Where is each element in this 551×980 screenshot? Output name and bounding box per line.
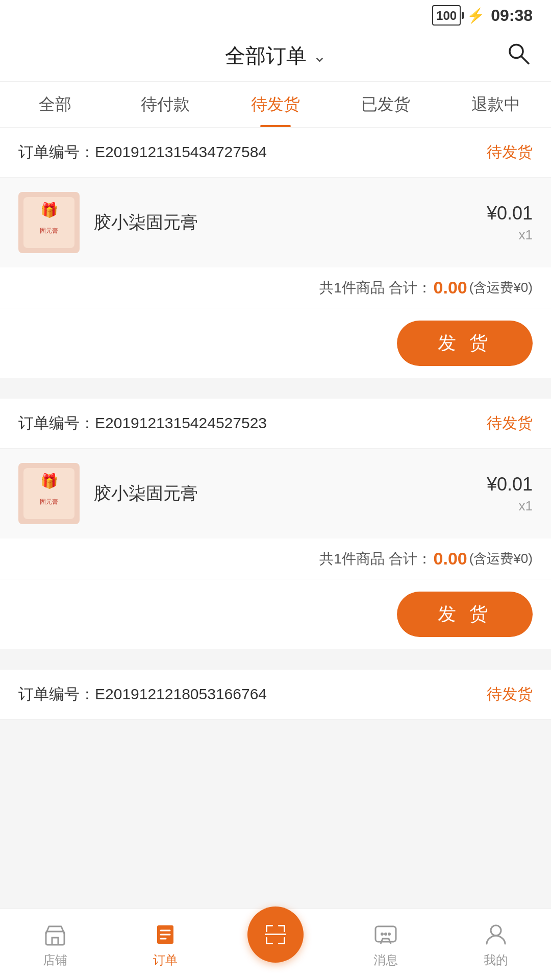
order-shipping: (含运费¥0) — [469, 550, 533, 568]
scan-button[interactable] — [247, 906, 304, 963]
svg-rect-18 — [266, 937, 267, 944]
tab-pending-payment[interactable]: 待付款 — [110, 82, 220, 127]
svg-text:🎁: 🎁 — [40, 473, 58, 489]
svg-rect-21 — [265, 934, 286, 935]
product-price: ¥0.01 — [487, 203, 533, 224]
order-status: 待发货 — [487, 142, 533, 163]
header-title-group[interactable]: 全部订单 ⌄ — [225, 42, 327, 70]
chevron-down-icon: ⌄ — [313, 46, 327, 66]
product-name: 胶小柒固元膏 — [94, 482, 487, 505]
order-actions: 发 货 — [0, 579, 551, 649]
product-price: ¥0.01 — [487, 474, 533, 495]
search-icon[interactable] — [506, 41, 531, 71]
svg-rect-14 — [266, 925, 267, 932]
order-product: 🎁 固元膏 胶小柒固元膏 ¥0.01 x1 — [0, 178, 551, 267]
order-total: 0.00 — [434, 278, 467, 298]
svg-text:固元膏: 固元膏 — [40, 227, 58, 234]
order-number: 订单编号：E2019121315434727584 — [18, 142, 267, 163]
order-summary: 共1件商品 合计： 0.00 (含运费¥0) — [0, 538, 551, 579]
product-price-box: ¥0.01 x1 — [487, 474, 533, 514]
order-status: 待发货 — [487, 684, 533, 705]
nav-item-shop[interactable]: 店铺 — [0, 921, 110, 968]
message-icon — [372, 921, 399, 948]
page-header: 全部订单 ⌄ — [0, 31, 551, 82]
nav-label-me: 我的 — [484, 952, 508, 968]
product-price-box: ¥0.01 x1 — [487, 203, 533, 243]
svg-point-26 — [491, 925, 501, 936]
order-tabs: 全部 待付款 待发货 已发货 退款中 — [0, 82, 551, 128]
product-quantity: x1 — [487, 227, 533, 243]
bottom-nav: 店铺 订单 — [0, 909, 551, 980]
header-title-text: 全部订单 — [225, 42, 307, 70]
status-bar: 100 ⚡ 09:38 — [0, 0, 551, 31]
nav-item-message[interactable]: 消息 — [331, 921, 441, 968]
tab-all[interactable]: 全部 — [0, 82, 110, 127]
nav-label-shop: 店铺 — [43, 952, 67, 968]
order-header: 订单编号：E2019121218053166764 待发货 — [0, 670, 551, 720]
product-name: 胶小柒固元膏 — [94, 211, 487, 234]
order-summary: 共1件商品 合计： 0.00 (含运费¥0) — [0, 267, 551, 308]
svg-rect-16 — [284, 925, 285, 932]
nav-label-orders: 订单 — [153, 952, 178, 968]
shop-icon — [42, 921, 68, 948]
order-shipping: (含运费¥0) — [469, 279, 533, 297]
order-number: 订单编号：E2019121315424527523 — [18, 413, 267, 434]
svg-text:🎁: 🎁 — [40, 202, 58, 218]
svg-point-23 — [381, 933, 384, 936]
order-number: 订单编号：E2019121218053166764 — [18, 684, 267, 705]
orders-icon — [152, 921, 179, 948]
svg-rect-20 — [284, 937, 285, 944]
svg-text:固元膏: 固元膏 — [40, 498, 58, 505]
order-status: 待发货 — [487, 413, 533, 434]
order-list: 订单编号：E2019121315434727584 待发货 🎁 固元膏 胶小柒固… — [0, 128, 551, 812]
svg-line-1 — [521, 56, 529, 63]
order-card: 订单编号：E2019121218053166764 待发货 — [0, 670, 551, 720]
nav-item-orders[interactable]: 订单 — [110, 921, 220, 968]
ship-button[interactable]: 发 货 — [397, 321, 533, 366]
battery-icon: 100 — [432, 5, 461, 26]
product-image: 🎁 固元膏 — [18, 463, 80, 524]
nav-label-message: 消息 — [373, 952, 398, 968]
person-icon — [483, 921, 509, 948]
order-card: 订单编号：E2019121315434727584 待发货 🎁 固元膏 胶小柒固… — [0, 128, 551, 378]
order-total: 0.00 — [434, 549, 467, 569]
order-card: 订单编号：E2019121315424527523 待发货 🎁 固元膏 胶小柒固… — [0, 399, 551, 649]
order-header: 订单编号：E2019121315424527523 待发货 — [0, 399, 551, 449]
product-image: 🎁 固元膏 — [18, 192, 80, 253]
order-actions: 发 货 — [0, 308, 551, 378]
nav-item-me[interactable]: 我的 — [441, 921, 551, 968]
svg-point-24 — [384, 933, 387, 936]
tab-shipped[interactable]: 已发货 — [331, 82, 441, 127]
charging-icon: ⚡ — [467, 7, 485, 24]
svg-point-25 — [388, 933, 391, 936]
tab-refund[interactable]: 退款中 — [441, 82, 551, 127]
order-product: 🎁 固元膏 胶小柒固元膏 ¥0.01 x1 — [0, 449, 551, 538]
ship-button[interactable]: 发 货 — [397, 592, 533, 637]
nav-item-scan[interactable] — [220, 927, 331, 963]
order-header: 订单编号：E2019121315434727584 待发货 — [0, 128, 551, 178]
status-time: 09:38 — [491, 6, 533, 25]
tab-pending-ship[interactable]: 待发货 — [220, 82, 331, 127]
product-quantity: x1 — [487, 498, 533, 514]
